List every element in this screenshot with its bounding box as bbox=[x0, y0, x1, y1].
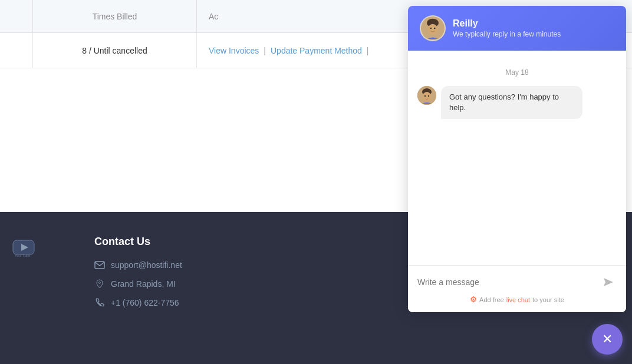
chat-agent-name: Reilly bbox=[453, 18, 561, 29]
svg-text:Tube: Tube bbox=[22, 254, 31, 257]
powered-by-prefix: Add free bbox=[479, 296, 504, 303]
chat-header: Reilly We typically reply in a few minut… bbox=[408, 6, 626, 51]
chat-agent-status: We typically reply in a few minutes bbox=[453, 30, 561, 38]
chat-input-row bbox=[417, 274, 617, 290]
chat-agent-avatar bbox=[420, 15, 446, 41]
svg-point-14 bbox=[428, 95, 429, 97]
hubspot-icon: ⚙ bbox=[470, 295, 477, 304]
footer-contact: Contact Us support@hostifi.net Grand Rap… bbox=[94, 236, 182, 316]
chat-input-area: ⚙ Add free live chat to your site bbox=[408, 265, 626, 312]
chat-send-button[interactable] bbox=[600, 274, 617, 290]
contact-title: Contact Us bbox=[94, 236, 182, 248]
chat-close-button[interactable]: ✕ bbox=[592, 324, 623, 355]
row-col-left bbox=[0, 33, 33, 68]
phone-icon bbox=[94, 297, 105, 308]
live-chat-link[interactable]: live chat bbox=[506, 296, 530, 303]
location-text: Grand Rapids, MI bbox=[111, 279, 176, 289]
update-payment-link[interactable]: Update Payment Method bbox=[271, 46, 362, 55]
view-invoices-link[interactable]: View Invoices bbox=[209, 46, 259, 55]
email-link[interactable]: support@hostifi.net bbox=[111, 260, 182, 270]
chat-powered-by: ⚙ Add free live chat to your site bbox=[417, 295, 617, 304]
svg-text:You: You bbox=[15, 254, 21, 257]
times-billed-cell: 8 / Until cancelled bbox=[33, 33, 197, 68]
email-item: support@hostifi.net bbox=[94, 260, 182, 270]
times-billed-header: Times Billed bbox=[33, 0, 197, 33]
action-separator-1: | bbox=[264, 46, 266, 55]
chat-date-divider: May 18 bbox=[417, 68, 617, 77]
svg-point-8 bbox=[430, 28, 432, 29]
svg-point-12 bbox=[423, 92, 431, 101]
chat-messages: May 18 Got any questions? I'm happy to h… bbox=[408, 51, 626, 265]
svg-point-7 bbox=[428, 24, 437, 35]
powered-by-suffix: to your site bbox=[532, 296, 564, 303]
phone-item: +1 (760) 622-7756 bbox=[94, 297, 182, 308]
youtube-icon[interactable]: You Tube bbox=[12, 236, 35, 262]
col-left-header bbox=[0, 0, 33, 33]
email-icon bbox=[94, 260, 105, 270]
chat-message-input[interactable] bbox=[417, 277, 595, 287]
chat-message-bubble: Got any questions? I'm happy to help. bbox=[441, 86, 582, 119]
chat-widget: Reilly We typically reply in a few minut… bbox=[408, 6, 626, 312]
svg-point-13 bbox=[424, 95, 426, 97]
chat-message-item: Got any questions? I'm happy to help. bbox=[417, 86, 617, 119]
chat-header-info: Reilly We typically reply in a few minut… bbox=[453, 18, 561, 38]
action-separator-2: | bbox=[367, 46, 369, 55]
chat-msg-avatar bbox=[417, 86, 436, 105]
phone-text: +1 (760) 622-7756 bbox=[111, 298, 179, 307]
svg-point-9 bbox=[434, 28, 436, 29]
svg-rect-4 bbox=[95, 262, 104, 269]
location-icon bbox=[94, 279, 105, 289]
location-item: Grand Rapids, MI bbox=[94, 279, 182, 289]
